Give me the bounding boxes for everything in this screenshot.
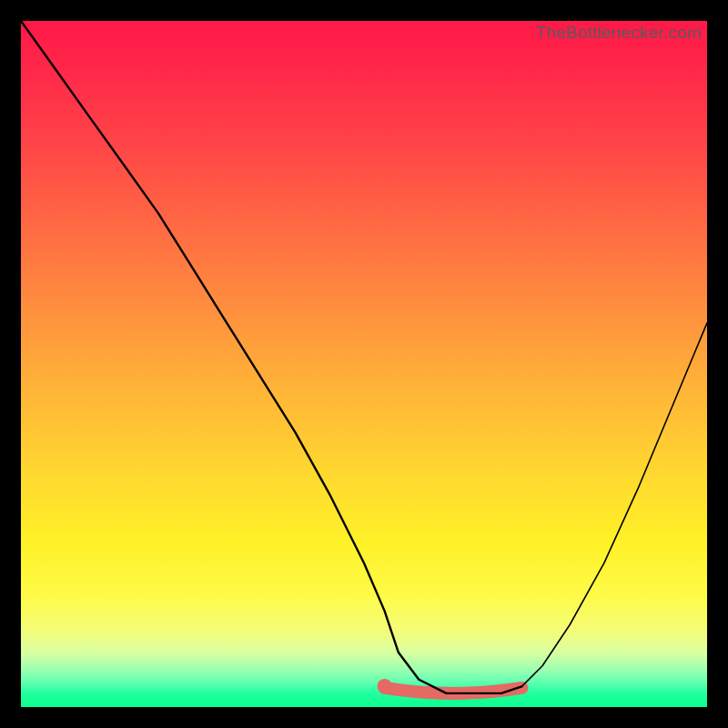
chart-svg bbox=[21, 21, 707, 707]
optimal-range-start-dot bbox=[378, 679, 392, 693]
bottleneck-curve-left bbox=[21, 21, 521, 693]
chart-frame: TheBottlenecker.com bbox=[0, 0, 728, 728]
bottleneck-curve-right bbox=[521, 323, 707, 687]
chart-plot-area: TheBottlenecker.com bbox=[21, 21, 707, 707]
